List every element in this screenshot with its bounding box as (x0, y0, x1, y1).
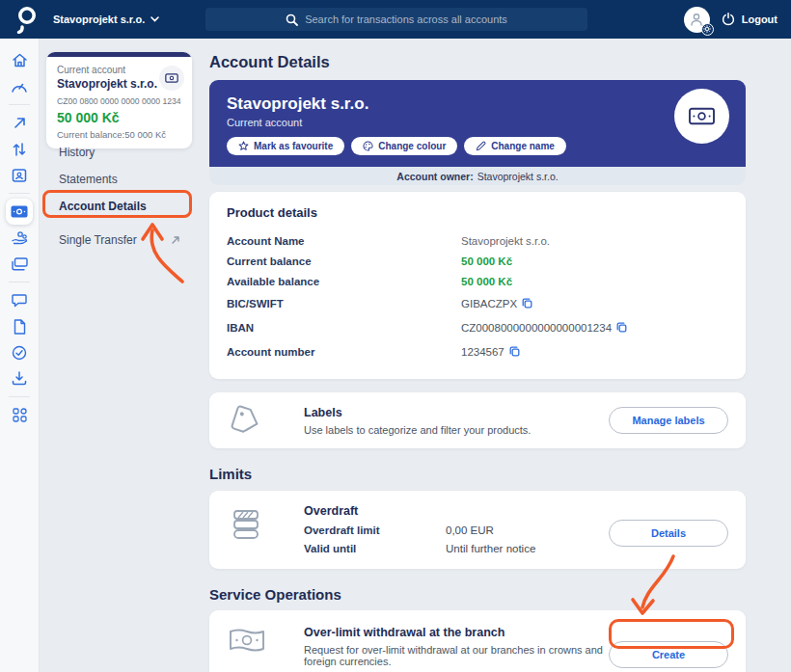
detail-value-text: CZ0008000000000000001234 (461, 322, 612, 334)
george-logo[interactable] (13, 5, 40, 34)
hero-actions: Mark as favourite Change colour Change n… (227, 137, 728, 155)
gauge-icon (11, 80, 28, 94)
menu-label: Single Transfer (59, 233, 137, 247)
service-item-title: Over-limit withdrawal at the branch (304, 626, 608, 639)
download-icon (12, 371, 27, 386)
detail-value: 1234567 (461, 346, 520, 358)
icon-rail (0, 39, 40, 672)
limit-label: Overdraft limit (304, 524, 446, 536)
rail-payments[interactable] (6, 225, 33, 251)
detail-value-text: 50 000 Kč (461, 276, 512, 287)
rail-documents[interactable] (6, 313, 33, 339)
banknote-icon (689, 107, 715, 125)
button-label: Change name (491, 141, 555, 151)
rail-downloads[interactable] (6, 365, 33, 391)
owner-value: Stavoprojekt s.r.o. (477, 171, 559, 182)
rail-divider (9, 396, 30, 397)
detail-row: Current balance 50 000 Kč (227, 251, 728, 271)
search-input[interactable]: Search for transactions across all accou… (205, 8, 587, 31)
account-owner-band: Account owner: Stavoprojekt s.r.o. (209, 167, 746, 185)
tag-icon (227, 402, 265, 439)
change-colour-button[interactable]: Change colour (351, 137, 457, 155)
detail-value: CZ0008000000000000001234 (461, 322, 627, 334)
arrow-up-right-icon (13, 116, 27, 130)
document-icon (14, 319, 26, 335)
card-user-icon (12, 168, 27, 183)
create-button[interactable]: Create (609, 641, 728, 668)
logout-label: Logout (742, 13, 777, 25)
sidebar-item-statements[interactable]: Statements (40, 166, 196, 193)
copy-icon (616, 322, 627, 333)
page-title: Account Details (209, 53, 746, 71)
detail-row: Account Name Stavoprojekt s.r.o. (227, 230, 728, 251)
copy-button[interactable] (616, 322, 627, 333)
button-label: Mark as favourite (254, 141, 333, 151)
rail-transactions[interactable] (6, 136, 33, 162)
mark-favourite-button[interactable]: Mark as favourite (227, 137, 344, 155)
hero-account-name: Stavoprojekt s.r.o. (227, 94, 728, 114)
apps-grid-icon (13, 408, 27, 422)
power-icon (722, 13, 735, 26)
service-operation-card: Over-limit withdrawal at the branch Requ… (209, 610, 746, 672)
button-label: Change colour (378, 141, 446, 151)
hand-coins-icon (11, 230, 28, 246)
cards-stack-icon (12, 257, 28, 271)
rail-outgoing[interactable] (6, 110, 33, 136)
rail-apps[interactable] (6, 402, 33, 428)
copy-button[interactable] (509, 346, 520, 357)
account-type-badge (159, 66, 184, 91)
account-switcher[interactable]: Stavoprojekt s.r.o. (53, 13, 159, 25)
palette-icon (363, 141, 373, 151)
rail-contacts[interactable] (6, 162, 33, 188)
limit-label: Valid until (304, 543, 446, 554)
rail-divider (9, 193, 30, 194)
detail-value-text: 1234567 (461, 346, 505, 358)
main-content: Account Details Stavoprojekt s.r.o. Curr… (196, 39, 791, 672)
rail-home[interactable] (6, 47, 33, 73)
detail-row: Available balance 50 000 Kč (227, 271, 728, 291)
chevron-down-icon (150, 16, 159, 22)
copy-icon (522, 298, 532, 309)
copy-button[interactable] (522, 298, 532, 309)
rail-approvals[interactable] (6, 339, 33, 365)
detail-value-text: Stavoprojekt s.r.o. (461, 235, 550, 247)
sidebar-item-history[interactable]: History (40, 139, 196, 166)
sidebar: Current account Stavoprojekt s.r.o. CZ00… (40, 39, 196, 672)
change-name-button[interactable]: Change name (464, 137, 566, 155)
stacked-notes-icon (227, 504, 265, 543)
detail-label: Current balance (227, 255, 461, 267)
manage-labels-button[interactable]: Manage labels (609, 407, 728, 434)
account-iban: CZ00 0800 0000 0000 0000 1234 (57, 96, 182, 106)
account-balance: 50 000 Kč (57, 110, 182, 125)
overdraft-details-button[interactable]: Details (609, 520, 728, 547)
rail-messages[interactable] (6, 287, 33, 313)
menu-label: Account Details (59, 200, 147, 213)
logout-button[interactable]: Logout (722, 13, 777, 26)
search-placeholder: Search for transactions across all accou… (305, 13, 507, 25)
labels-icon-slot (227, 402, 304, 439)
rail-cards[interactable] (6, 251, 33, 277)
account-summary-card[interactable]: Current account Stavoprojekt s.r.o. CZ00… (46, 52, 192, 148)
menu-label: History (59, 146, 95, 159)
rail-accounts[interactable] (6, 199, 33, 225)
sidebar-menu: History Statements Account Details Singl… (40, 139, 196, 254)
arrows-up-down-icon (13, 142, 26, 157)
chat-icon (12, 293, 27, 308)
sidebar-item-account-details[interactable]: Account Details (40, 193, 196, 220)
account-switcher-label: Stavoprojekt s.r.o. (53, 13, 145, 25)
rail-divider (9, 282, 30, 282)
sidebar-item-single-transfer[interactable]: Single Transfer (40, 227, 196, 254)
rail-overview[interactable] (6, 73, 33, 99)
overdraft-title: Overdraft (304, 504, 728, 518)
labels-card: Labels Use labels to categorize and filt… (209, 392, 746, 448)
arrow-up-right-icon (171, 235, 180, 245)
detail-row: Account number 1234567 (227, 339, 728, 363)
labels-description: Use labels to categorize and filter your… (304, 424, 609, 436)
banknote-icon (11, 205, 28, 218)
user-avatar[interactable] (684, 7, 710, 33)
detail-label: Available balance (227, 276, 461, 287)
pencil-icon (476, 141, 486, 151)
detail-value: Stavoprojekt s.r.o. (461, 235, 550, 247)
hero-account-badge (674, 89, 729, 144)
check-circle-icon (12, 345, 27, 361)
